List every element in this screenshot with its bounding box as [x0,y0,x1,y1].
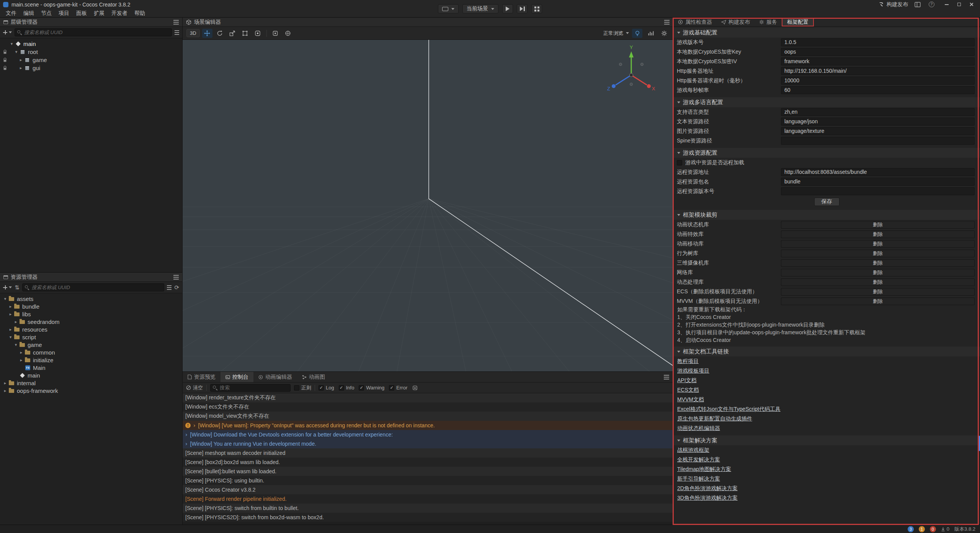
expand-arrow[interactable]: ▸ [18,65,24,70]
hierarchy-search-input[interactable] [15,28,172,36]
tab-animation-graph[interactable]: 动画图 [297,372,330,382]
field-value[interactable]: http://localhost:8083/assets/bundle [781,168,975,176]
asset-node[interactable]: ▾ script [0,333,182,341]
filter-item[interactable]: Error [389,385,407,391]
scene-viewport[interactable]: Y X Z [183,40,673,371]
scene-selector[interactable]: 当前场景 [462,4,498,13]
expand-arrow[interactable]: ▸ [18,57,24,62]
scrollbar-thumb[interactable] [978,436,980,451]
field-value[interactable] [781,137,975,145]
filter-checkbox[interactable] [389,385,394,391]
mode-3d-toggle[interactable]: 3D [186,29,200,37]
filter-icon[interactable] [175,32,179,33]
layout-icon[interactable] [913,1,922,8]
menu-item[interactable]: 帮助 [131,10,149,17]
tab-services[interactable]: 服务 [755,18,782,26]
save-button[interactable]: 保存 [814,198,840,206]
doc-link[interactable]: 游戏模板项目 [677,368,709,374]
log-row[interactable]: [Scene] [PHYSICS2D]: switch from box2d-w… [183,513,673,522]
platform-selector[interactable] [438,4,459,13]
field-value[interactable]: bundle [781,178,975,186]
tree-node[interactable]: ▸ game [0,56,182,64]
expand-arrow[interactable]: ▸ [8,312,13,317]
field-value[interactable]: http://192.168.0.150/main/ [781,67,975,75]
asset-node[interactable]: ▸ libs [0,310,182,318]
expand-arrow[interactable]: ▾ [2,296,8,301]
scene-settings-gear-icon[interactable] [659,29,669,38]
solution-link[interactable]: 战棋游戏框架 [677,447,709,454]
filter-item[interactable]: Warning [359,385,384,391]
field-value[interactable] [781,187,975,195]
move-tool[interactable] [202,29,212,38]
tab-animation-editor[interactable]: 动画编辑器 [253,372,297,382]
delete-module-button[interactable]: 删除 [781,231,975,238]
log-row[interactable]: › [Window] You are running Vue in develo… [183,439,673,448]
assets-search-input[interactable] [22,283,165,291]
refresh-icon[interactable]: ⟳ [174,284,179,291]
console-search-input[interactable] [210,384,291,392]
field-value[interactable]: framework [781,57,975,65]
delete-module-button[interactable]: 删除 [781,259,975,267]
build-publish-button[interactable]: 构建发布 [879,1,908,8]
section-language-config[interactable]: 游戏多语言配置 [673,97,980,107]
log-expand-arrow[interactable]: › [185,432,188,438]
expand-arrow[interactable]: ▸ [2,388,8,393]
field-value[interactable]: zh,en [781,108,975,116]
field-value[interactable]: language/json [781,118,975,126]
doc-link[interactable]: ECS文档 [677,387,699,394]
delete-module-button[interactable]: 删除 [781,250,975,257]
panel-menu-icon[interactable] [664,377,669,378]
expand-arrow[interactable]: ▸ [13,319,19,324]
asset-node[interactable]: ▸ resources [0,325,182,333]
field-value[interactable]: language/texture [781,127,975,135]
help-icon[interactable] [927,1,936,8]
expand-arrow[interactable]: ▸ [18,358,24,363]
section-module-trim[interactable]: 框架模块裁剪 [673,210,980,220]
regex-checkbox[interactable] [294,385,299,391]
lock-icon[interactable] [2,58,8,62]
rotate-tool[interactable] [215,29,225,38]
delete-module-button[interactable]: 删除 [781,269,975,276]
field-value[interactable]: 10000 [781,77,975,85]
log-row[interactable]: [Scene] Cocos Creator v3.8.2 [183,485,673,494]
panel-menu-icon[interactable] [664,22,670,23]
sort-icon[interactable]: ⇅ [15,284,20,291]
collapse-logs-icon[interactable] [411,384,419,391]
menu-item[interactable]: 扩展 [90,10,108,17]
filter-checkbox[interactable] [359,385,364,391]
tree-node[interactable]: ▾ main [0,40,182,48]
preview-grid-button[interactable] [531,4,542,13]
download-counter[interactable]: 0 [941,526,949,532]
tree-node[interactable]: ▾ root [0,48,182,56]
maximize-button[interactable] [953,1,965,8]
log-expand-arrow[interactable]: › [193,422,196,428]
delete-module-button[interactable]: 删除 [781,288,975,296]
clear-console-button[interactable]: 清空 [186,384,203,391]
play-button[interactable] [502,4,513,13]
log-row[interactable]: [Window] model_view文件夹不存在 [183,412,673,421]
expand-arrow[interactable]: ▾ [13,49,19,54]
scale-tool[interactable] [227,29,238,38]
panel-menu-icon[interactable] [173,277,179,278]
create-asset-button[interactable] [3,285,12,289]
expand-arrow[interactable]: ▾ [8,335,13,340]
field-value[interactable]: oops [781,48,975,56]
solution-link[interactable]: 2D角色扮演游戏解决方案 [677,485,738,492]
lock-icon[interactable] [2,50,8,54]
filter-checkbox[interactable] [339,385,344,391]
log-expand-arrow[interactable]: › [185,441,188,447]
asset-node[interactable]: main [0,371,182,379]
ui-transform-tool[interactable] [253,29,263,38]
axis-gizmo[interactable]: Y X Z [603,44,660,102]
delete-module-button[interactable]: 删除 [781,298,975,305]
section-doc-links[interactable]: 框架文档工具链接 [673,347,980,356]
section-basic-config[interactable]: 游戏基础配置 [673,28,980,38]
doc-link[interactable]: 原生包热更新配置自动生成插件 [677,415,752,422]
log-row[interactable]: [Scene] [box2d]:box2d wasm lib loaded. [183,458,673,467]
log-row[interactable]: [Window] render_texture文件夹不存在 [183,393,673,402]
tab-property-inspector[interactable]: 属性检查器 [673,18,717,26]
expand-arrow[interactable]: ▾ [9,41,15,46]
log-row[interactable]: [Scene] [bullet]:bullet wasm lib loaded. [183,467,673,476]
expand-arrow[interactable]: ▸ [18,350,24,355]
log-row[interactable]: ! › [Window] [Vue warn]: Property "onInp… [183,421,673,430]
